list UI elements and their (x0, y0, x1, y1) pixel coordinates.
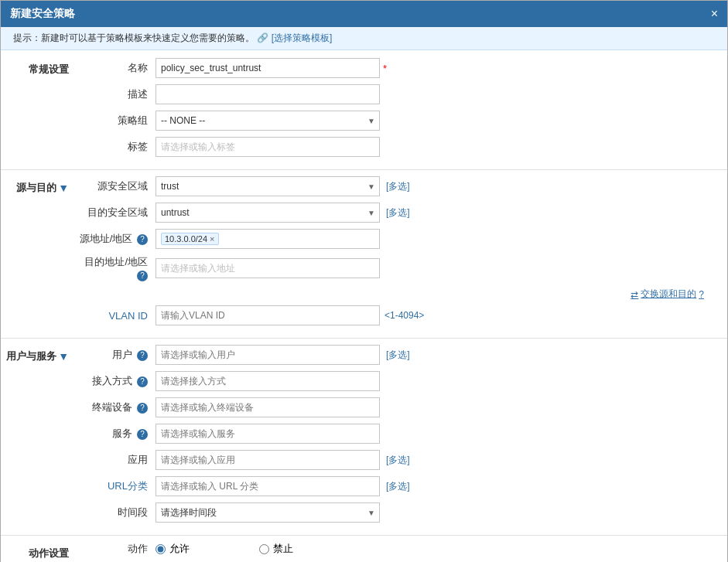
action-allow-label: 允许 (169, 542, 190, 556)
src-addr-help-icon[interactable]: ? (137, 234, 148, 245)
general-section-label: 常规设置 (1, 58, 78, 163)
endpoint-label: 终端设备 ? (78, 400, 156, 414)
user-service-icon: ▼ (58, 350, 69, 363)
access-mode-label: 接入方式 ? (78, 374, 156, 388)
swap-row: ⇄ 交换源和目的 ? (78, 288, 712, 301)
user-input[interactable] (156, 345, 380, 365)
tags-input[interactable]: 请选择或输入标签 (156, 137, 380, 157)
source-dest-section: 源与目的 ▼ 源安全区域 trust untrust dmz ▼ [多选] (1, 176, 727, 332)
access-mode-row: 接入方式 ? (78, 371, 712, 391)
dst-addr-help-icon[interactable]: ? (137, 271, 148, 281)
service-row: 服务 ? (78, 424, 712, 444)
src-addr-tag-remove[interactable]: × (210, 234, 214, 244)
name-label: 名称 (78, 61, 156, 75)
url-category-input[interactable] (156, 476, 380, 496)
dst-addr-row: 目的地址/地区 ? 请选择或输入地址 (78, 255, 712, 281)
swap-icon: ⇄ (631, 289, 638, 300)
hint-bar: 提示：新建时可以基于策略模板来快速定义您需要的策略。 🔗 [选择策略模板] (1, 27, 727, 50)
service-help-icon[interactable]: ? (137, 429, 148, 440)
action-options: 允许 禁止 (156, 542, 293, 556)
name-required: * (383, 63, 387, 74)
action-allow-input[interactable] (156, 544, 166, 554)
user-help-icon[interactable]: ? (137, 350, 148, 361)
swap-text: 交换源和目的 (641, 288, 696, 301)
desc-row: 描述 (78, 84, 712, 104)
url-category-label: URL分类 (78, 479, 156, 493)
endpoint-help-icon[interactable]: ? (137, 403, 148, 414)
dst-addr-placeholder: 请选择或输入地址 (161, 262, 235, 275)
action-deny-label: 禁止 (273, 542, 293, 556)
endpoint-input[interactable] (156, 397, 380, 417)
name-input[interactable] (156, 58, 380, 78)
action-section-body: 动作 允许 禁止 (78, 542, 727, 562)
src-zone-label: 源安全区域 (78, 179, 156, 193)
name-row: 名称 * (78, 58, 712, 78)
action-allow-radio[interactable]: 允许 (156, 542, 190, 556)
dialog-title-text: 新建安全策略 (10, 7, 75, 21)
swap-help-icon[interactable]: ? (699, 289, 704, 300)
user-service-section: 用户与服务 ▼ 用户 ? [多选] 接入方式 ? (1, 345, 727, 529)
src-zone-select-wrapper: trust untrust dmz ▼ (156, 176, 380, 196)
url-category-multi-link[interactable]: [多选] (386, 480, 410, 493)
action-row: 动作 允许 禁止 (78, 542, 712, 556)
service-input[interactable] (156, 424, 380, 444)
application-input[interactable] (156, 450, 380, 470)
policy-group-row: 策略组 -- NONE -- ▼ (78, 111, 712, 131)
hint-link-icon: 🔗 (257, 32, 268, 43)
user-service-label: 用户与服务 ▼ (1, 345, 78, 529)
dialog-title-bar: 新建安全策略 × (1, 1, 727, 27)
policy-group-label: 策略组 (78, 114, 156, 128)
dst-zone-select-wrapper: trust untrust dmz ▼ (156, 203, 380, 223)
user-label: 用户 ? (78, 348, 156, 362)
close-button[interactable]: × (711, 8, 718, 20)
source-dest-icon: ▼ (58, 182, 69, 194)
url-category-row: URL分类 [多选] (78, 476, 712, 496)
src-zone-row: 源安全区域 trust untrust dmz ▼ [多选] (78, 176, 712, 196)
hint-text: 提示：新建时可以基于策略模板来快速定义您需要的策略。 (13, 32, 255, 43)
time-period-label: 时间段 (78, 506, 156, 519)
access-mode-input[interactable] (156, 371, 380, 391)
service-label: 服务 ? (78, 427, 156, 441)
general-section: 常规设置 名称 * 描述 策略组 (1, 58, 727, 163)
src-zone-select[interactable]: trust untrust dmz (156, 176, 380, 196)
policy-group-select-wrapper: -- NONE -- ▼ (156, 111, 380, 131)
action-label: 动作 (78, 542, 156, 556)
desc-input[interactable] (156, 84, 380, 104)
user-multi-link[interactable]: [多选] (386, 349, 410, 362)
dst-addr-label: 目的地址/地区 ? (78, 255, 156, 281)
dst-zone-row: 目的安全区域 trust untrust dmz ▼ [多选] (78, 203, 712, 223)
tags-label: 标签 (78, 140, 156, 154)
vlan-range: <1-4094> (385, 310, 424, 321)
action-deny-radio[interactable]: 禁止 (259, 542, 293, 556)
src-zone-multi-link[interactable]: [多选] (386, 180, 410, 193)
access-mode-help-icon[interactable]: ? (137, 376, 148, 387)
select-template-link[interactable]: [选择策略模板] (272, 32, 333, 43)
policy-group-select[interactable]: -- NONE -- (156, 111, 380, 131)
dst-zone-select[interactable]: trust untrust dmz (156, 203, 380, 223)
tags-placeholder: 请选择或输入标签 (161, 141, 235, 154)
user-service-body: 用户 ? [多选] 接入方式 ? 终端设 (78, 345, 727, 529)
swap-link[interactable]: ⇄ 交换源和目的 ? (631, 288, 704, 301)
dst-zone-label: 目的安全区域 (78, 206, 156, 220)
vlan-row: VLAN ID <1-4094> (78, 305, 712, 325)
dst-zone-multi-link[interactable]: [多选] (386, 206, 410, 220)
user-row: 用户 ? [多选] (78, 345, 712, 365)
action-section: 动作设置 动作 允许 禁止 (1, 542, 727, 562)
action-deny-input[interactable] (259, 544, 269, 554)
dialog-body: 常规设置 名称 * 描述 策略组 (1, 50, 727, 562)
vlan-input[interactable] (156, 305, 380, 325)
source-dest-label: 源与目的 ▼ (1, 176, 78, 332)
src-addr-input[interactable]: 10.3.0.0/24 × (156, 229, 380, 249)
vlan-label: VLAN ID (78, 310, 156, 322)
application-multi-link[interactable]: [多选] (386, 454, 410, 467)
time-period-row: 时间段 请选择时间段 ▼ (78, 502, 712, 523)
time-period-select[interactable]: 请选择时间段 (156, 502, 380, 523)
application-row: 应用 [多选] (78, 450, 712, 470)
action-section-label: 动作设置 (1, 542, 78, 562)
desc-label: 描述 (78, 87, 156, 101)
dst-addr-input[interactable]: 请选择或输入地址 (156, 258, 380, 278)
application-label: 应用 (78, 453, 156, 467)
src-addr-tag: 10.3.0.0/24 × (161, 233, 219, 245)
src-addr-label: 源地址/地区 ? (78, 232, 156, 246)
source-dest-body: 源安全区域 trust untrust dmz ▼ [多选] 目的安全区域 (78, 176, 727, 332)
